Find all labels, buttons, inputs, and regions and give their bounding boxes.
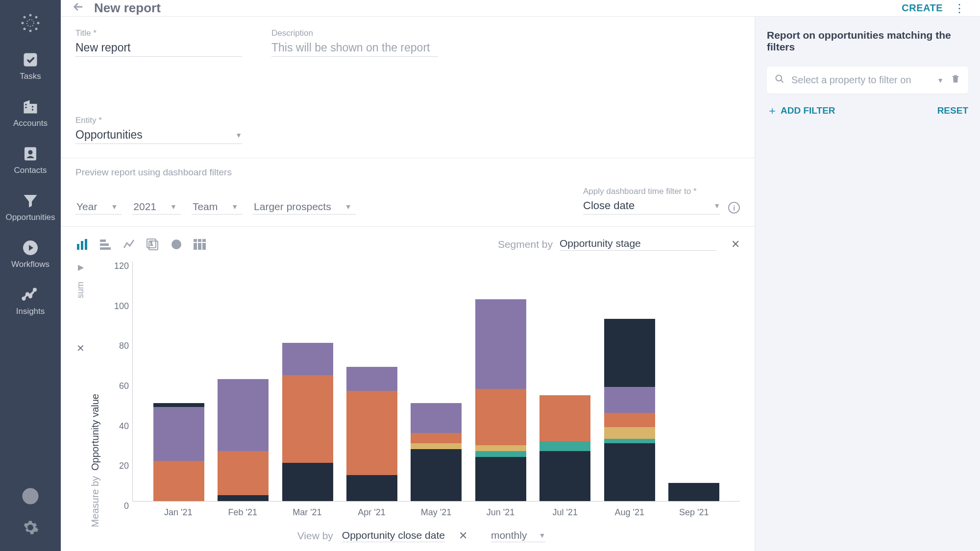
chart-type-table-icon[interactable] <box>193 239 207 250</box>
chevron-down-icon: ▼ <box>345 203 352 211</box>
svg-rect-12 <box>32 106 33 108</box>
sidebar-item-opportunities[interactable]: Opportunities <box>5 192 55 222</box>
id-badge-icon <box>22 145 39 163</box>
clear-segment-icon[interactable]: ✕ <box>731 238 740 251</box>
sidebar-item-label: Opportunities <box>5 213 55 222</box>
segment-by-select[interactable]: Opportunity stage <box>560 238 716 251</box>
entity-field[interactable]: Entity * Opportunities ▼ <box>75 116 242 144</box>
svg-point-8 <box>35 28 38 30</box>
clear-measure-icon[interactable]: ✕ <box>76 342 85 354</box>
bar[interactable] <box>218 379 269 501</box>
svg-rect-33 <box>198 239 201 242</box>
svg-point-4 <box>37 22 40 24</box>
title-field[interactable]: Title * New report <box>75 28 242 57</box>
expand-series-icon[interactable]: ▶ <box>78 263 84 272</box>
bar[interactable] <box>346 367 397 501</box>
chevron-down-icon: ▼ <box>231 203 238 211</box>
time-filter-field[interactable]: Apply dashboard time filter to * Close d… <box>583 187 720 215</box>
title-input[interactable]: New report <box>75 40 242 57</box>
svg-point-19 <box>29 295 32 298</box>
search-icon <box>775 74 784 86</box>
svg-point-1 <box>29 14 32 17</box>
svg-point-18 <box>26 293 29 295</box>
svg-rect-23 <box>77 244 79 250</box>
scope-type-select[interactable]: Team▼ <box>192 201 242 215</box>
bar[interactable] <box>411 403 462 501</box>
property-select[interactable]: Select a property to filter on▼ <box>791 74 944 86</box>
topbar: New report CREATE ⋮ <box>61 0 980 17</box>
chevron-down-icon: ▼ <box>713 202 720 210</box>
sidebar-item-contacts[interactable]: Contacts <box>14 145 47 175</box>
reset-button[interactable]: RESET <box>937 105 968 116</box>
period-value-select[interactable]: 2021▼ <box>132 201 181 215</box>
chevron-down-icon: ▼ <box>235 131 242 139</box>
report-form: Title * New report Description This will… <box>61 17 755 158</box>
funnel-icon <box>22 192 39 210</box>
description-field[interactable]: Description This will be shown on the re… <box>271 28 438 57</box>
svg-rect-10 <box>25 104 27 105</box>
svg-rect-28 <box>100 247 111 250</box>
chart-type-column-icon[interactable] <box>75 239 89 250</box>
description-input[interactable]: This will be shown on the report <box>271 40 438 57</box>
chart-type-pie-icon[interactable] <box>170 239 183 250</box>
chevron-down-icon: ▼ <box>170 203 177 211</box>
svg-point-3 <box>22 22 24 24</box>
clear-view-by-icon[interactable]: ✕ <box>459 529 467 542</box>
svg-point-17 <box>23 297 25 300</box>
time-filter-label: Apply dashboard time filter to * <box>583 187 720 196</box>
aggregation-label: sum <box>75 282 86 298</box>
bar[interactable] <box>539 395 590 501</box>
help-icon[interactable] <box>22 487 39 505</box>
svg-rect-36 <box>198 243 201 250</box>
chart-type-scorecard-icon[interactable]: 1 <box>146 239 160 250</box>
svg-point-0 <box>27 20 34 26</box>
back-arrow-icon[interactable] <box>72 0 85 16</box>
view-by-select[interactable]: Opportunity close date <box>342 529 445 542</box>
svg-rect-13 <box>32 109 33 111</box>
chart-area: 1 Segment by Opportunity stage ✕ ▶ <box>61 227 755 551</box>
x-axis-categories: Jan '21Feb '21Mar '21Apr '21May '21Jun '… <box>132 507 740 518</box>
y-axis-title: Measure by Opportunity value <box>90 394 101 527</box>
svg-rect-27 <box>100 243 109 246</box>
title-label: Title * <box>75 28 242 38</box>
svg-rect-26 <box>100 240 106 242</box>
dashboard-filter-preview: Preview report using dashboard filters Y… <box>61 158 755 227</box>
app-logo[interactable] <box>16 9 45 37</box>
granularity-select[interactable]: monthly▼ <box>491 529 545 542</box>
sidebar-item-label: Contacts <box>14 166 47 175</box>
building-icon <box>22 98 39 116</box>
create-button[interactable]: CREATE <box>902 2 943 14</box>
chart-type-bar-icon[interactable] <box>99 239 113 250</box>
gear-icon[interactable] <box>22 519 39 536</box>
period-type-select[interactable]: Year▼ <box>75 201 122 215</box>
sidebar-item-workflows[interactable]: Workflows <box>11 239 49 269</box>
svg-rect-32 <box>194 239 197 242</box>
svg-point-20 <box>34 288 36 291</box>
svg-point-6 <box>35 16 38 19</box>
svg-point-15 <box>28 150 33 155</box>
preview-hint: Preview report using dashboard filters <box>75 167 740 178</box>
svg-text:1: 1 <box>150 241 153 246</box>
chart-line-icon <box>22 286 39 304</box>
svg-point-38 <box>776 75 782 81</box>
svg-rect-25 <box>85 239 87 250</box>
sidebar-item-tasks[interactable]: Tasks <box>20 51 41 81</box>
trash-icon[interactable] <box>951 73 960 87</box>
chevron-down-icon: ▼ <box>937 76 944 84</box>
bar[interactable] <box>604 319 655 501</box>
svg-point-22 <box>30 500 31 501</box>
svg-point-2 <box>29 30 32 32</box>
time-filter-select: Close date▼ <box>583 198 720 215</box>
bar[interactable] <box>475 299 526 501</box>
scope-value-select[interactable]: Larger prospects▼ <box>253 201 355 215</box>
sidebar-item-accounts[interactable]: Accounts <box>13 98 48 128</box>
more-menu-icon[interactable]: ⋮ <box>954 1 965 15</box>
bar[interactable] <box>282 343 333 501</box>
info-icon[interactable]: i <box>728 202 740 214</box>
bar[interactable] <box>668 483 719 501</box>
chart-type-line-icon[interactable] <box>122 239 136 250</box>
sidebar-item-insights[interactable]: Insights <box>16 286 45 316</box>
entity-select[interactable]: Opportunities ▼ <box>75 127 242 144</box>
add-filter-button[interactable]: ＋ADD FILTER <box>767 103 835 118</box>
bar[interactable] <box>153 403 204 501</box>
